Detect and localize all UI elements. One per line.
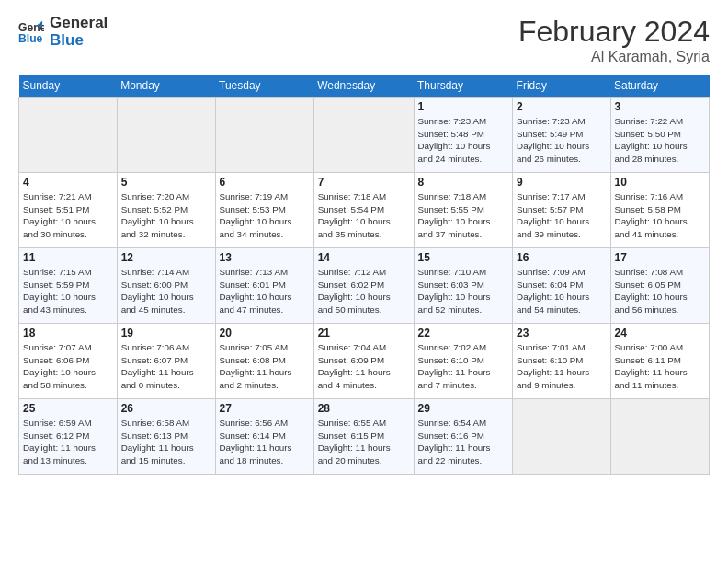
day-detail: Sunrise: 7:16 AM Sunset: 5:58 PM Dayligh… [615,190,705,241]
calendar-cell: 16Sunrise: 7:09 AM Sunset: 6:04 PM Dayli… [513,248,611,324]
day-detail: Sunrise: 6:59 AM Sunset: 6:12 PM Dayligh… [23,417,113,467]
col-header-monday: Monday [117,75,215,98]
day-detail: Sunrise: 7:05 AM Sunset: 6:08 PM Dayligh… [220,341,310,392]
day-detail: Sunrise: 7:20 AM Sunset: 5:52 PM Dayligh… [121,190,211,241]
day-detail: Sunrise: 7:12 AM Sunset: 6:02 PM Dayligh… [318,266,410,316]
week-row-3: 11Sunrise: 7:15 AM Sunset: 5:59 PM Dayli… [19,248,710,324]
day-number: 26 [121,402,211,415]
calendar-cell [313,98,414,173]
day-detail: Sunrise: 7:01 AM Sunset: 6:10 PM Dayligh… [517,341,607,392]
day-number: 18 [23,327,113,339]
day-number: 3 [615,100,705,113]
calendar-cell: 1Sunrise: 7:23 AM Sunset: 5:48 PM Daylig… [414,98,513,173]
day-detail: Sunrise: 7:15 AM Sunset: 5:59 PM Dayligh… [23,266,113,316]
calendar-cell: 3Sunrise: 7:22 AM Sunset: 5:50 PM Daylig… [610,98,709,173]
day-detail: Sunrise: 7:07 AM Sunset: 6:06 PM Dayligh… [23,341,113,392]
day-number: 17 [615,251,705,264]
calendar-cell: 11Sunrise: 7:15 AM Sunset: 5:59 PM Dayli… [19,248,118,324]
day-detail: Sunrise: 7:18 AM Sunset: 5:54 PM Dayligh… [318,190,410,241]
day-number: 4 [23,176,113,189]
calendar-cell: 13Sunrise: 7:13 AM Sunset: 6:01 PM Dayli… [215,248,313,324]
week-row-5: 25Sunrise: 6:59 AM Sunset: 6:12 PM Dayli… [19,399,710,475]
day-number: 28 [318,402,410,415]
calendar-cell: 5Sunrise: 7:20 AM Sunset: 5:52 PM Daylig… [117,173,215,248]
logo-blue: Blue [50,32,108,50]
day-detail: Sunrise: 7:14 AM Sunset: 6:00 PM Dayligh… [121,266,211,316]
day-detail: Sunrise: 7:18 AM Sunset: 5:55 PM Dayligh… [418,190,509,241]
title-block: February 2024 Al Karamah, Syria [518,15,710,65]
calendar-cell [19,98,118,173]
calendar-cell: 8Sunrise: 7:18 AM Sunset: 5:55 PM Daylig… [414,173,513,248]
calendar-cell: 23Sunrise: 7:01 AM Sunset: 6:10 PM Dayli… [513,324,611,399]
day-number: 13 [220,251,310,264]
calendar-cell: 20Sunrise: 7:05 AM Sunset: 6:08 PM Dayli… [215,324,313,399]
day-number: 6 [220,176,310,189]
day-detail: Sunrise: 7:23 AM Sunset: 5:49 PM Dayligh… [517,115,607,166]
day-detail: Sunrise: 7:10 AM Sunset: 6:03 PM Dayligh… [418,266,509,316]
day-number: 12 [121,251,211,264]
calendar-cell: 27Sunrise: 6:56 AM Sunset: 6:14 PM Dayli… [215,399,313,475]
day-number: 22 [418,327,509,339]
calendar-cell: 25Sunrise: 6:59 AM Sunset: 6:12 PM Dayli… [19,399,118,475]
logo-icon: General Blue [18,19,44,45]
calendar-cell [513,399,611,475]
logo: General Blue General Blue [18,15,108,49]
col-header-thursday: Thursday [414,75,513,98]
day-detail: Sunrise: 7:09 AM Sunset: 6:04 PM Dayligh… [517,266,607,316]
day-number: 25 [23,402,113,415]
day-number: 1 [418,100,509,113]
calendar-cell: 14Sunrise: 7:12 AM Sunset: 6:02 PM Dayli… [313,248,414,324]
calendar-cell: 10Sunrise: 7:16 AM Sunset: 5:58 PM Dayli… [610,173,709,248]
day-number: 8 [418,176,509,189]
day-number: 11 [23,251,113,264]
day-detail: Sunrise: 6:58 AM Sunset: 6:13 PM Dayligh… [121,417,211,467]
day-number: 15 [418,251,509,264]
day-detail: Sunrise: 7:23 AM Sunset: 5:48 PM Dayligh… [418,115,509,166]
calendar-cell: 21Sunrise: 7:04 AM Sunset: 6:09 PM Dayli… [313,324,414,399]
calendar-cell: 29Sunrise: 6:54 AM Sunset: 6:16 PM Dayli… [414,399,513,475]
day-detail: Sunrise: 7:13 AM Sunset: 6:01 PM Dayligh… [220,266,310,316]
calendar-cell: 19Sunrise: 7:06 AM Sunset: 6:07 PM Dayli… [117,324,215,399]
calendar-header-row: SundayMondayTuesdayWednesdayThursdayFrid… [19,75,710,98]
page-container: General Blue General Blue February 2024 … [0,0,728,484]
day-number: 20 [220,327,310,339]
week-row-2: 4Sunrise: 7:21 AM Sunset: 5:51 PM Daylig… [19,173,710,248]
calendar-cell: 2Sunrise: 7:23 AM Sunset: 5:49 PM Daylig… [513,98,611,173]
week-row-1: 1Sunrise: 7:23 AM Sunset: 5:48 PM Daylig… [19,98,710,173]
day-detail: Sunrise: 7:08 AM Sunset: 6:05 PM Dayligh… [615,266,705,316]
calendar-cell: 12Sunrise: 7:14 AM Sunset: 6:00 PM Dayli… [117,248,215,324]
day-detail: Sunrise: 6:56 AM Sunset: 6:14 PM Dayligh… [220,417,310,467]
day-detail: Sunrise: 6:54 AM Sunset: 6:16 PM Dayligh… [418,417,509,467]
calendar-cell: 4Sunrise: 7:21 AM Sunset: 5:51 PM Daylig… [19,173,118,248]
page-header: General Blue General Blue February 2024 … [18,15,710,65]
day-number: 14 [318,251,410,264]
day-number: 24 [615,327,705,339]
calendar-cell: 7Sunrise: 7:18 AM Sunset: 5:54 PM Daylig… [313,173,414,248]
day-number: 7 [318,176,410,189]
month-title: February 2024 [518,15,710,49]
day-detail: Sunrise: 7:04 AM Sunset: 6:09 PM Dayligh… [318,341,410,392]
calendar-cell [610,399,709,475]
calendar-cell: 17Sunrise: 7:08 AM Sunset: 6:05 PM Dayli… [610,248,709,324]
col-header-saturday: Saturday [610,75,709,98]
day-detail: Sunrise: 7:06 AM Sunset: 6:07 PM Dayligh… [121,341,211,392]
calendar-cell: 6Sunrise: 7:19 AM Sunset: 5:53 PM Daylig… [215,173,313,248]
calendar-cell: 9Sunrise: 7:17 AM Sunset: 5:57 PM Daylig… [513,173,611,248]
calendar-table: SundayMondayTuesdayWednesdayThursdayFrid… [18,75,710,475]
calendar-cell: 24Sunrise: 7:00 AM Sunset: 6:11 PM Dayli… [610,324,709,399]
day-number: 29 [418,402,509,415]
day-detail: Sunrise: 6:55 AM Sunset: 6:15 PM Dayligh… [318,417,410,467]
day-detail: Sunrise: 7:02 AM Sunset: 6:10 PM Dayligh… [418,341,509,392]
week-row-4: 18Sunrise: 7:07 AM Sunset: 6:06 PM Dayli… [19,324,710,399]
calendar-cell: 18Sunrise: 7:07 AM Sunset: 6:06 PM Dayli… [19,324,118,399]
location: Al Karamah, Syria [518,49,710,65]
calendar-cell: 15Sunrise: 7:10 AM Sunset: 6:03 PM Dayli… [414,248,513,324]
day-detail: Sunrise: 7:00 AM Sunset: 6:11 PM Dayligh… [615,341,705,392]
col-header-sunday: Sunday [19,75,118,98]
day-number: 19 [121,327,211,339]
day-detail: Sunrise: 7:21 AM Sunset: 5:51 PM Dayligh… [23,190,113,241]
calendar-cell [117,98,215,173]
day-number: 2 [517,100,607,113]
day-number: 10 [615,176,705,189]
day-detail: Sunrise: 7:17 AM Sunset: 5:57 PM Dayligh… [517,190,607,241]
